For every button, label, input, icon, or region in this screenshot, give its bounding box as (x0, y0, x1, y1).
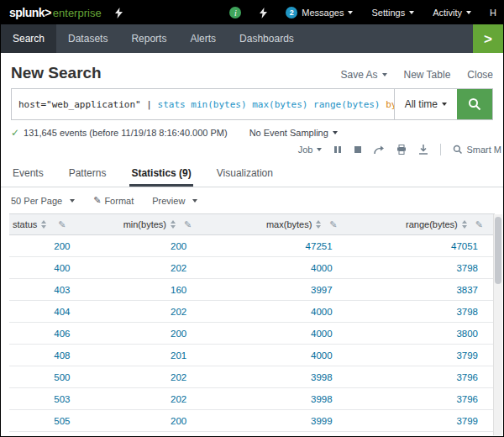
cell-value[interactable]: 202 (171, 307, 186, 317)
cell-value[interactable]: 3837 (456, 285, 478, 295)
cell-value[interactable]: 3798 (456, 307, 478, 317)
cell-value[interactable]: 47251 (306, 241, 333, 251)
app-tab-search[interactable]: Search (1, 24, 56, 53)
scrollbar-thumb[interactable] (495, 217, 501, 284)
result-tab-statistics[interactable]: Statistics (9) (129, 161, 192, 187)
cell-value[interactable]: 200 (171, 416, 186, 426)
pause-button[interactable] (333, 145, 342, 154)
edit-column-icon[interactable]: ✎ (329, 219, 337, 230)
app-tab-alerts[interactable]: Alerts (178, 24, 228, 53)
cell-value[interactable]: 500 (54, 372, 70, 382)
cell-value[interactable]: 201 (171, 350, 186, 361)
settings-menu[interactable]: Settings (371, 8, 414, 18)
cell-value[interactable]: 3800 (456, 329, 478, 339)
cell-value[interactable]: 3799 (456, 350, 478, 361)
cell-value[interactable]: 503 (54, 394, 70, 404)
close-button[interactable]: Close (467, 69, 493, 81)
per-page-selector[interactable]: 50 Per Page (11, 196, 75, 206)
cell-value[interactable]: 202 (171, 372, 186, 382)
table-controls: 50 Per Page ✎ Format Preview (1, 187, 503, 213)
edit-column-icon[interactable]: ✎ (184, 219, 192, 230)
activity-menu[interactable]: Activity (433, 8, 471, 18)
result-tabs: EventsPatternsStatistics (9)Visualizatio… (1, 161, 503, 187)
cell-value[interactable]: 160 (171, 285, 186, 295)
messages-menu[interactable]: 2 Messages (286, 7, 353, 18)
cell-value[interactable]: 4000 (311, 307, 333, 317)
cell-value[interactable]: 3799 (456, 416, 478, 426)
chevron-down-icon (382, 73, 387, 76)
cell-value[interactable]: 200 (171, 329, 186, 339)
share-button[interactable] (374, 145, 385, 155)
format-button[interactable]: ✎ Format (93, 195, 134, 206)
stop-button[interactable] (354, 145, 362, 154)
cell-value[interactable]: 3998 (311, 394, 333, 404)
app-tab-dashboards[interactable]: Dashboards (228, 24, 306, 53)
column-header[interactable]: max(bytes)✎ (203, 214, 349, 235)
cell-value[interactable]: 4000 (311, 350, 333, 361)
sort-icon[interactable] (171, 220, 176, 229)
vertical-scrollbar[interactable] (493, 214, 502, 435)
sort-icon[interactable] (462, 220, 467, 229)
lightning-icon (260, 8, 267, 18)
cell-value[interactable]: 3796 (456, 394, 478, 404)
cell-value[interactable]: 47051 (451, 241, 478, 251)
info-icon[interactable]: i (229, 7, 241, 18)
result-tab-events[interactable]: Events (11, 161, 45, 187)
cell-value[interactable]: 200 (54, 241, 70, 251)
cell-value[interactable]: 4000 (311, 263, 333, 273)
cell-value[interactable]: 3999 (311, 416, 333, 426)
job-menu[interactable]: Job (298, 145, 323, 155)
time-range-picker[interactable]: All time (394, 89, 457, 119)
settings-label: Settings (371, 8, 405, 18)
cell-value[interactable]: 408 (54, 350, 70, 361)
edit-column-icon[interactable]: ✎ (58, 219, 66, 230)
admin-tools-button[interactable] (115, 8, 123, 18)
splunk-mark-button[interactable]: > (473, 24, 503, 53)
search-query-input[interactable]: host="web_application" | stats min(bytes… (12, 89, 394, 119)
cell-value[interactable]: 200 (171, 241, 186, 251)
event-sampling-menu[interactable]: No Event Sampling (249, 128, 338, 138)
table-cell: 403 (9, 279, 87, 301)
cell-value[interactable]: 403 (54, 285, 70, 295)
table-cell: 202 (87, 301, 203, 323)
table-row: 40820140003799 (9, 345, 495, 366)
cell-value[interactable]: 3798 (456, 263, 478, 273)
save-as-button[interactable]: Save As (340, 69, 386, 81)
statistics-table: status✎min(bytes)✎max(bytes)✎range(bytes… (9, 213, 495, 432)
cell-value[interactable]: 400 (54, 263, 70, 273)
help-menu[interactable]: H (490, 8, 496, 18)
cell-value[interactable]: 202 (171, 394, 186, 404)
search-mode-selector[interactable]: Smart M (453, 145, 501, 155)
column-header[interactable]: status✎ (9, 214, 87, 235)
search-button[interactable] (457, 89, 492, 119)
preview-selector[interactable]: Preview (152, 196, 197, 206)
splunk-logo[interactable]: splunk> enterprise (9, 6, 102, 19)
sort-icon[interactable] (41, 220, 46, 229)
cell-value[interactable]: 406 (54, 329, 70, 339)
cell-value[interactable]: 3997 (311, 285, 333, 295)
export-button[interactable] (418, 145, 428, 155)
activity-feed-button[interactable] (260, 8, 267, 18)
time-range-label: All time (405, 98, 438, 110)
column-header[interactable]: range(bytes)✎ (349, 214, 495, 235)
cell-value[interactable]: 3998 (311, 372, 333, 382)
app-tab-datasets[interactable]: Datasets (56, 24, 119, 53)
column-header[interactable]: min(bytes)✎ (87, 214, 203, 235)
result-tab-patterns[interactable]: Patterns (67, 161, 108, 187)
job-summary-row: ✓ 131,645 events (before 11/19/18 8:16:4… (11, 127, 493, 139)
cell-value[interactable]: 3796 (456, 372, 478, 382)
cell-value[interactable]: 4000 (311, 329, 333, 339)
new-table-button[interactable]: New Table (404, 69, 451, 81)
cell-value[interactable]: 404 (54, 307, 70, 317)
lightning-icon (115, 8, 123, 18)
table-cell: 3999 (203, 410, 349, 432)
print-button[interactable] (396, 145, 407, 155)
cell-value[interactable]: 202 (171, 263, 186, 273)
result-tab-visualization[interactable]: Visualization (215, 161, 275, 187)
table-cell: 3796 (349, 388, 495, 410)
app-tab-reports[interactable]: Reports (119, 24, 178, 53)
column-label-group: max(bytes) (266, 219, 321, 229)
edit-column-icon[interactable]: ✎ (475, 219, 483, 230)
cell-value[interactable]: 505 (54, 416, 70, 426)
sort-icon[interactable] (316, 220, 321, 229)
